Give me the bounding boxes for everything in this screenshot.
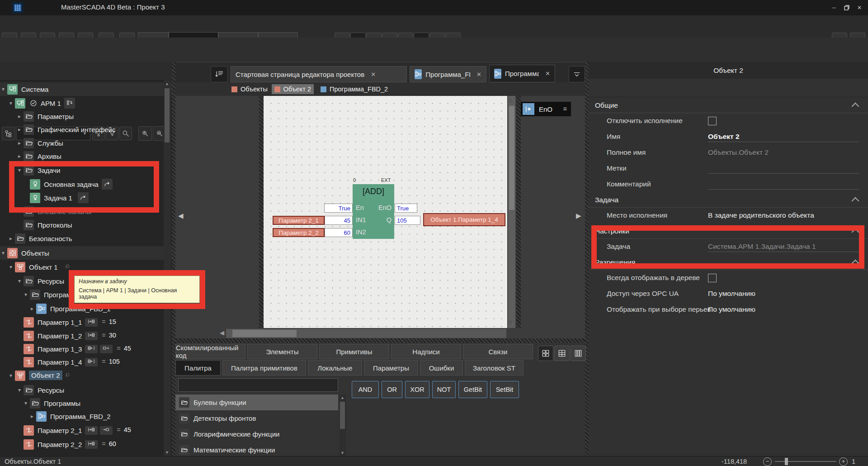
tree-row[interactable]: Параметр 1_2=30 [0, 329, 172, 342]
tree-row[interactable]: ▾Объект 2 [0, 369, 172, 382]
function-button-AND[interactable]: AND [352, 381, 379, 398]
scroll-up-icon[interactable]: △ [509, 97, 512, 103]
tab-list-button[interactable] [211, 66, 228, 82]
expander-icon[interactable]: ▾ [17, 387, 22, 393]
expander-icon[interactable]: ▸ [8, 235, 14, 242]
property-section-Задача[interactable]: Задача [589, 192, 868, 208]
palette-tab-Связи[interactable]: Связи [463, 344, 533, 359]
tree-row[interactable]: Параметр 1_1=15 [0, 315, 172, 329]
expander-icon[interactable]: ▾ [0, 250, 6, 256]
tree-row[interactable]: ▸Параметры [0, 109, 172, 123]
palette-item-Математические функции[interactable]: Математические функции [175, 442, 338, 458]
tab-overflow-button[interactable] [569, 66, 585, 82]
splitter-left[interactable] [172, 62, 175, 456]
fbd-input-value[interactable]: 60 [325, 228, 353, 237]
tree-row[interactable]: ▾Ресурсы [0, 383, 172, 397]
zoom-out-button[interactable]: − [763, 457, 772, 466]
checkbox[interactable] [708, 117, 717, 125]
bottom-splitter[interactable] [175, 338, 585, 343]
expander-icon[interactable]: ▾ [17, 167, 22, 173]
checkbox[interactable] [708, 274, 717, 282]
jump-icon[interactable] [102, 179, 113, 190]
tree-row[interactable]: ▸Безопасность [0, 232, 172, 245]
tree-row[interactable]: ▾Система [0, 82, 172, 96]
palette-item-Логарифмические функции[interactable]: Логарифмические функции [175, 426, 338, 442]
tree-row[interactable]: Основная задача [0, 177, 172, 191]
breadcrumb-item-Объект 2[interactable]: Объект 2 [272, 84, 314, 94]
palette-tab-Параметры[interactable]: Параметры [364, 360, 418, 376]
expander-icon[interactable]: ▾ [23, 400, 28, 406]
fbd-output-value[interactable]: 105 [395, 216, 420, 225]
expander-icon[interactable]: ▸ [29, 413, 35, 419]
close-icon[interactable]: ✕ [371, 71, 376, 78]
breadcrumb-item-Программа_FBD_2[interactable]: Программа_FBD_2 [318, 84, 391, 94]
view-large-button[interactable] [538, 346, 553, 361]
zoom-slider-track[interactable] [775, 461, 836, 462]
expander-icon[interactable]: ▾ [8, 264, 14, 270]
minimize-button[interactable]: ─ [829, 4, 839, 12]
palette-tab-Ошибки[interactable]: Ошибки [420, 360, 463, 376]
palette-item-Детекторы фронтов[interactable]: Детекторы фронтов [175, 410, 338, 426]
expander-icon[interactable]: ▾ [8, 100, 14, 106]
fbd-input-value[interactable]: 45 [325, 216, 353, 225]
tree-row[interactable]: Параметр 2_1=45 [0, 423, 172, 437]
tree-row[interactable]: ▸Службы [0, 136, 172, 150]
palette-item-Булевы функции[interactable]: Булевы функции [175, 395, 338, 410]
expander-icon[interactable]: ▸ [17, 113, 22, 119]
restore-button[interactable] [842, 4, 852, 12]
tree-row[interactable]: ▸Архивы [0, 149, 172, 163]
tree-row[interactable]: Параметр 1_3=45 [0, 342, 172, 356]
tree-row[interactable]: ▾Объекты [0, 246, 172, 260]
tree-row[interactable]: Внешние каналы [0, 204, 172, 218]
collapse-right-icon[interactable]: ▶ [576, 212, 581, 220]
breadcrumb-item-Объекты[interactable]: Объекты [229, 84, 270, 94]
scroll-down-icon[interactable]: ▽ [509, 319, 512, 325]
scroll-left-icon[interactable]: ◀ [220, 329, 224, 336]
fbd-output-target[interactable]: Объект 1.Параметр 1_4 [423, 213, 505, 226]
fbd-input-source[interactable]: Параметр 2_1 [273, 216, 325, 225]
palette-tab-Заголовок ST[interactable]: Заголовок ST [465, 360, 524, 376]
tree-row[interactable]: ▾Задачи [0, 163, 172, 177]
eno-output-chip[interactable]: EnO = [521, 102, 571, 116]
palette-tab-Примитивы[interactable]: Примитивы [319, 344, 389, 359]
expander-icon[interactable]: ▸ [29, 305, 35, 312]
expander-icon[interactable]: ▾ [17, 278, 22, 284]
tree-row[interactable]: Параметр 1_4=105 [0, 355, 172, 369]
editor-tab-Программа_FBD_2[interactable]: Программа_FBD_2✕ [489, 65, 555, 82]
jump-icon[interactable] [78, 192, 89, 203]
function-button-SetBit[interactable]: SetBit [490, 381, 519, 398]
close-icon[interactable]: ✕ [545, 70, 550, 77]
palette-tab-Палитра[interactable]: Палитра [175, 360, 221, 376]
tree-row[interactable]: ▸Программа_FBD_2 [0, 409, 172, 423]
function-button-XOR[interactable]: XOR [405, 381, 429, 398]
close-button[interactable]: ✕ [854, 4, 864, 12]
palette-tab-Надписи[interactable]: Надписи [391, 344, 461, 359]
tree-row[interactable]: ▾АРМ 1 [0, 96, 172, 110]
fbd-output-value[interactable]: True [395, 204, 417, 213]
palette-search-input[interactable] [178, 378, 338, 392]
palette-scrollbar[interactable]: ▲ ▼ [339, 395, 346, 456]
function-button-GetBit[interactable]: GetBit [458, 381, 487, 398]
property-field[interactable] [708, 178, 859, 190]
function-button-OR[interactable]: OR [382, 381, 402, 398]
tree-row[interactable]: Задача 1 [0, 191, 172, 204]
tree-row[interactable]: ▸Программа_FBD_1 [0, 302, 172, 315]
collapse-left-icon[interactable]: ◀ [178, 212, 184, 220]
property-section-Настройки[interactable]: Настройки [589, 223, 868, 239]
function-button-NOT[interactable]: NOT [432, 381, 456, 398]
palette-tab-Элементы[interactable]: Элементы [247, 344, 317, 359]
tree-row[interactable]: ▾Программы [0, 396, 172, 410]
canvas-vscrollbar[interactable] [508, 96, 515, 328]
expander-icon[interactable]: ▸ [17, 126, 22, 133]
editor-tab-Программа_FBD_1[interactable]: Программа_FBD_1✕ [410, 66, 486, 82]
branch-icon[interactable] [64, 98, 75, 109]
property-section-Разрешения[interactable]: Разрешения [589, 255, 868, 270]
fbd-input-source[interactable]: Параметр 2_2 [273, 228, 325, 237]
canvas-hscrollbar[interactable] [226, 329, 506, 338]
palette-tab-Палитра примитивов[interactable]: Палитра примитивов [222, 360, 306, 376]
tree-row[interactable]: Параметр 2_2=60 [0, 437, 172, 451]
expander-icon[interactable]: ▸ [17, 153, 22, 159]
tree-row[interactable]: ▸Графический интерфейс [0, 123, 172, 136]
tree-row[interactable]: Протоколы [0, 218, 172, 232]
palette-tab-Локальные[interactable]: Локальные [308, 360, 362, 376]
